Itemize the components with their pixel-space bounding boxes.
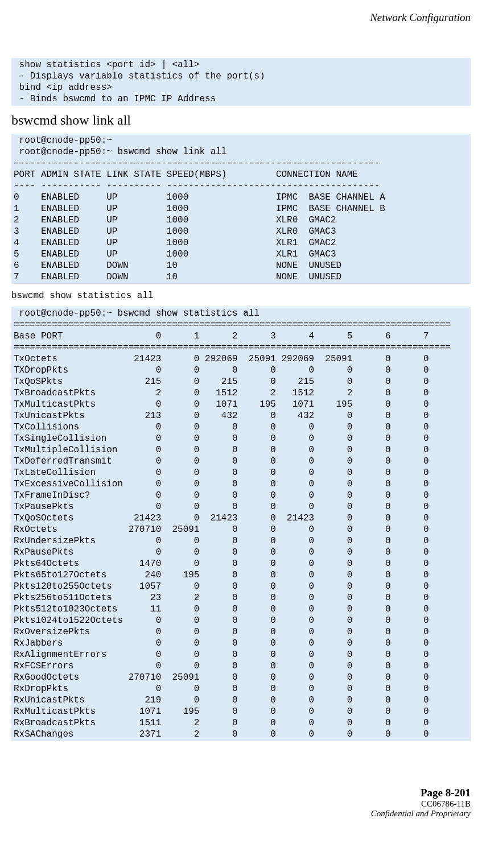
footer-confidential: Confidential and Proprietary — [11, 809, 471, 819]
code-block-commands: show statistics <port id> | <all> - Disp… — [11, 58, 471, 106]
section-heading-show-statistics: bswcmd show statistics all — [11, 291, 471, 301]
code-block-show-link: root@cnode-pp50:~ root@cnode-pp50:~ bswc… — [11, 134, 471, 284]
footer-doc-id: CC06786-11B — [11, 799, 471, 809]
section-heading-show-link: bswcmd show link all — [11, 113, 471, 128]
page-header: Network Configuration — [11, 11, 471, 24]
page-footer: Page 8-201 CC06786-11B Confidential and … — [11, 787, 471, 819]
code-block-show-statistics: root@cnode-pp50:~ bswcmd show statistics… — [11, 307, 471, 741]
footer-page-number: Page 8-201 — [11, 787, 471, 799]
